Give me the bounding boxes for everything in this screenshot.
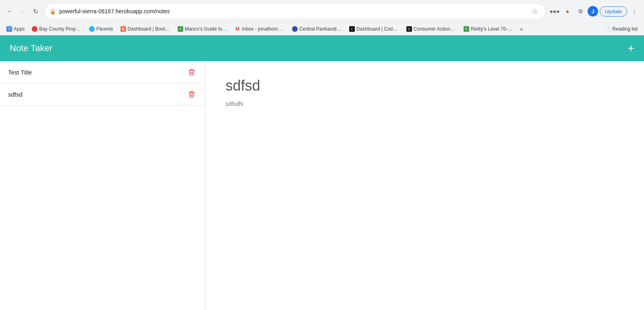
bookmark-apps[interactable]: ☷ Apps	[3, 25, 28, 33]
notify-button[interactable]: ●	[562, 6, 573, 17]
add-note-button[interactable]: +	[628, 43, 634, 54]
app-header: Note Taker +	[0, 35, 644, 61]
bookmark-rietty[interactable]: + Rietty's Level 70-80...	[460, 25, 517, 33]
lock-icon: 🔒	[50, 8, 56, 14]
bookmark-consumer-label: Consumer Action -...	[414, 26, 456, 32]
bookmark-rietty-label: Rietty's Level 70-80...	[471, 26, 514, 32]
note-title: sdfsd	[8, 91, 23, 98]
note-detail-panel: sdfsd sdfsdfs	[205, 61, 644, 310]
trash-icon	[188, 68, 195, 76]
bookmark-star-button[interactable]: ☆	[529, 6, 540, 17]
bookmark-flex-label: Flexmls	[96, 26, 113, 32]
bookmark-manco-label: Manco's Guide to T...	[185, 26, 228, 32]
flex-icon	[89, 26, 95, 32]
reading-list-button[interactable]: 📄 Reading list	[601, 25, 641, 33]
bookmark-gmail-label: Inbox - jonathonre...	[242, 26, 285, 32]
nav-buttons: ← → ↻	[4, 6, 41, 17]
address-bar[interactable]: 🔒 powerful-sierra-06167.herokuapp.com/no…	[44, 3, 546, 19]
central-icon	[292, 26, 298, 32]
menu-button[interactable]: ⋮	[629, 6, 640, 17]
reading-list-label: Reading list	[612, 26, 638, 32]
reload-button[interactable]: ↻	[30, 6, 41, 17]
bookmark-codec[interactable]: c Dashboard | Codec...	[346, 25, 402, 33]
bookmark-bay[interactable]: Bay County Propert...	[29, 25, 85, 33]
app-title: Note Taker	[10, 43, 52, 54]
profile-button[interactable]: J	[588, 6, 598, 17]
browser-chrome: ← → ↻ 🔒 powerful-sierra-06167.herokuapp.…	[0, 0, 644, 35]
puzzle-button[interactable]: ⚙	[575, 6, 586, 17]
delete-note-button[interactable]	[186, 68, 197, 76]
bay-icon	[32, 26, 37, 32]
reading-list-icon: 📄	[605, 26, 611, 32]
manco-icon: +	[178, 26, 183, 32]
extensions-button[interactable]: ●●●	[549, 6, 560, 17]
note-title: Test Title	[8, 69, 32, 76]
bookmark-manco[interactable]: + Manco's Guide to T...	[174, 25, 231, 33]
toolbar-right: ●●● ● ⚙ J Update ⋮	[549, 6, 640, 17]
app-container: Note Taker + Test Title	[0, 35, 644, 310]
bookmark-central[interactable]: Central Panhandle...	[289, 25, 345, 33]
more-bookmarks-button[interactable]: »	[518, 25, 526, 33]
consumer-icon: c	[406, 26, 412, 32]
bookmark-central-label: Central Panhandle...	[299, 26, 342, 32]
note-list-item[interactable]: sdfsd	[0, 83, 205, 105]
bookmark-dash-boot-label: Dashboard | Bootca...	[128, 26, 170, 32]
bookmarks-bar: ☷ Apps Bay County Propert... Flexmls B D…	[0, 23, 644, 35]
bookmark-flex[interactable]: Flexmls	[86, 25, 116, 33]
active-note-title: sdfsd	[226, 77, 624, 94]
gmail-icon: M	[235, 26, 240, 32]
bookmark-dash-boot[interactable]: B Dashboard | Bootca...	[117, 25, 174, 33]
browser-toolbar: ← → ↻ 🔒 powerful-sierra-06167.herokuapp.…	[0, 0, 644, 23]
bookmark-codec-label: Dashboard | Codec...	[356, 26, 399, 32]
apps-icon: ☷	[6, 26, 12, 32]
codec-icon: c	[349, 26, 355, 32]
bookmark-gmail[interactable]: M Inbox - jonathonre...	[232, 25, 288, 33]
update-button[interactable]: Update	[600, 6, 627, 17]
bookmark-consumer[interactable]: c Consumer Action -...	[403, 25, 460, 33]
bookmark-apps-label: Apps	[14, 26, 25, 32]
note-list-item[interactable]: Test Title	[0, 61, 205, 83]
active-note-body: sdfsdfs	[226, 101, 624, 107]
bookmark-bay-label: Bay County Propert...	[39, 26, 82, 32]
notes-sidebar: Test Title sdfsd	[0, 61, 205, 310]
dash-boot-icon: B	[120, 26, 126, 32]
forward-button[interactable]: →	[17, 6, 28, 17]
rietty-icon: +	[464, 26, 469, 32]
app-body: Test Title sdfsd	[0, 61, 644, 310]
back-button[interactable]: ←	[4, 6, 15, 17]
trash-icon	[188, 91, 195, 98]
url-text: powerful-sierra-06167.herokuapp.com/note…	[59, 8, 526, 14]
delete-note-button[interactable]	[186, 90, 197, 99]
